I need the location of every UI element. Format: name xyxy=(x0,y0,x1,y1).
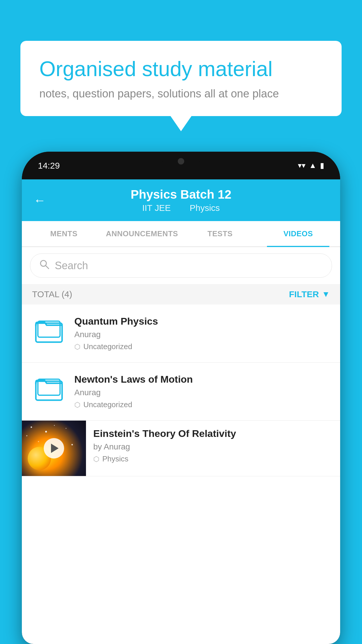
search-input[interactable]: Search xyxy=(55,260,88,272)
video-list: Quantum Physics Anurag ⬡ Uncategorized xyxy=(22,304,340,476)
phone-frame: 14:29 ▾▾ ▲ ▮ ← Physics Batch 12 IIT JEE … xyxy=(22,152,340,644)
tag-icon: ⬡ xyxy=(74,343,80,351)
tab-tests[interactable]: TESTS xyxy=(181,221,259,246)
video-info: Einstein's Theory Of Relativity by Anura… xyxy=(86,421,340,471)
play-icon xyxy=(51,444,59,453)
filter-icon: ▼ xyxy=(322,290,330,299)
tag-icon: ⬡ xyxy=(74,401,80,409)
svg-rect-4 xyxy=(36,381,62,400)
video-title: Einstein's Theory Of Relativity xyxy=(93,428,333,439)
video-thumb xyxy=(32,375,66,408)
list-item[interactable]: Einstein's Theory Of Relativity by Anura… xyxy=(22,421,340,476)
speech-bubble-subtitle: notes, question papers, solutions all at… xyxy=(39,88,323,100)
video-title: Newton's Laws of Motion xyxy=(74,374,330,385)
tag-label: Uncategorized xyxy=(83,400,132,409)
list-item[interactable]: Newton's Laws of Motion Anurag ⬡ Uncateg… xyxy=(22,363,340,421)
svg-rect-2 xyxy=(36,323,62,342)
tab-announcements[interactable]: ANNOUNCEMENTS xyxy=(103,221,181,246)
tab-bar: MENTS ANNOUNCEMENTS TESTS VIDEOS xyxy=(22,221,340,247)
video-tag: ⬡ Uncategorized xyxy=(74,342,330,351)
tag-label: Physics xyxy=(102,454,129,463)
header-title: Physics Batch 12 xyxy=(131,188,231,202)
status-icons: ▾▾ ▲ ▮ xyxy=(298,161,324,170)
tag-label: Uncategorized xyxy=(83,342,132,351)
video-tag: ⬡ Uncategorized xyxy=(74,400,330,409)
app-screen: ← Physics Batch 12 IIT JEE Physics MENTS… xyxy=(22,179,340,644)
app-header: ← Physics Batch 12 IIT JEE Physics xyxy=(22,179,340,221)
folder-icon xyxy=(34,374,64,409)
list-item[interactable]: Quantum Physics Anurag ⬡ Uncategorized xyxy=(22,304,340,363)
video-thumb xyxy=(32,317,66,350)
tab-videos[interactable]: VIDEOS xyxy=(259,221,337,246)
camera-dot xyxy=(178,158,184,164)
status-bar: 14:29 ▾▾ ▲ ▮ xyxy=(22,152,340,179)
search-bar[interactable]: Search xyxy=(30,253,332,278)
video-thumbnail xyxy=(22,421,86,476)
wifi-icon: ▾▾ xyxy=(298,161,305,170)
tab-ments[interactable]: MENTS xyxy=(25,221,103,246)
video-tag: ⬡ Physics xyxy=(93,454,333,463)
video-info: Quantum Physics Anurag ⬡ Uncategorized xyxy=(74,316,330,351)
speech-bubble-title: Organised study material xyxy=(39,57,323,81)
play-button[interactable] xyxy=(44,438,64,459)
header-subtitle-right: Physics xyxy=(190,203,220,213)
video-author: by Anurag xyxy=(93,442,333,452)
header-subtitle-left: IIT JEE xyxy=(142,203,171,213)
video-author: Anurag xyxy=(74,388,330,397)
header-subtitle-separator xyxy=(179,203,184,213)
signal-icon: ▲ xyxy=(309,161,317,170)
back-button[interactable]: ← xyxy=(34,193,46,207)
video-info: Newton's Laws of Motion Anurag ⬡ Uncateg… xyxy=(74,374,330,409)
video-title: Quantum Physics xyxy=(74,316,330,327)
svg-line-1 xyxy=(46,266,49,269)
battery-icon: ▮ xyxy=(320,161,324,170)
speech-bubble-container: Organised study material notes, question… xyxy=(20,41,342,116)
header-subtitle: IIT JEE Physics xyxy=(139,203,223,213)
search-icon xyxy=(39,259,50,272)
filter-label: FILTER xyxy=(289,289,319,299)
phone-notch xyxy=(162,152,200,171)
filter-bar: TOTAL (4) FILTER ▼ xyxy=(22,284,340,304)
speech-bubble: Organised study material notes, question… xyxy=(20,41,342,116)
tag-icon: ⬡ xyxy=(93,455,99,463)
video-author: Anurag xyxy=(74,330,330,339)
filter-button[interactable]: FILTER ▼ xyxy=(289,289,330,299)
total-count: TOTAL (4) xyxy=(32,289,72,299)
status-time: 14:29 xyxy=(38,161,60,171)
folder-icon xyxy=(34,316,64,351)
